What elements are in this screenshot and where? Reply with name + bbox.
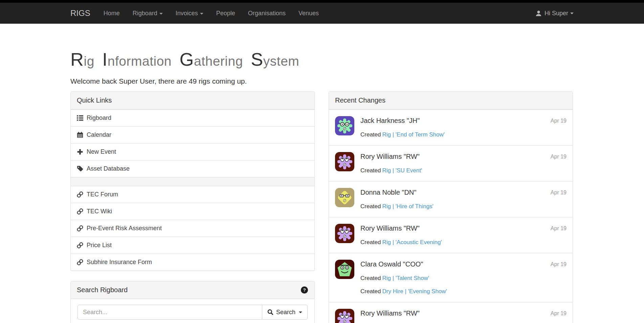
recent-change-row: Rory Williams "RW" Apr 19 CreatedRig | '… <box>329 145 573 181</box>
change-link[interactable]: Rig | 'Talent Show' <box>382 275 429 281</box>
nav-item-home[interactable]: Home <box>97 3 126 24</box>
quick-link-pre-event-risk-assessment[interactable]: Pre-Event Risk Assessment <box>71 220 314 237</box>
chevron-down-icon <box>200 13 203 15</box>
nav-item-rigboard[interactable]: Rigboard <box>126 3 169 24</box>
page-title: Rig Information Gathering System <box>70 49 574 70</box>
nav-items: Home Rigboard Invoices People Organisati… <box>97 3 325 24</box>
change-entry: CreatedRig | 'SU Event' <box>360 167 567 174</box>
nav-item-people[interactable]: People <box>210 3 242 24</box>
person-name: Rory Williams "RW" <box>360 152 567 161</box>
tag-icon <box>77 166 83 172</box>
brand-logo[interactable]: RIGS <box>70 3 90 24</box>
person-name: Donna Noble "DN" <box>360 188 567 197</box>
recent-change-row: Jack Harkness "JH" Apr 19 CreatedRig | '… <box>329 109 573 145</box>
recent-changes-title: Recent Changes <box>335 96 385 104</box>
nav-item-venues[interactable]: Venues <box>292 3 325 24</box>
chevron-down-icon <box>159 13 163 15</box>
search-input[interactable] <box>77 305 262 320</box>
recent-change-row: Rory Williams "RW" Apr 19 CreatedRig | '… <box>329 217 573 253</box>
quick-link-rigboard[interactable]: Rigboard <box>71 109 314 126</box>
recent-change-row: Clara Oswald "COO" Apr 19 CreatedRig | '… <box>329 253 573 302</box>
diamond-monster-icon <box>335 188 354 207</box>
link-icon <box>77 208 83 215</box>
list-icon <box>77 115 83 121</box>
change-date: Apr 19 <box>551 261 567 267</box>
avatar <box>335 152 354 171</box>
avatar <box>335 188 354 207</box>
avatar <box>335 224 354 243</box>
quick-link-price-list[interactable]: Price List <box>71 237 314 254</box>
change-date: Apr 19 <box>551 225 567 232</box>
change-link[interactable]: Dry Hire | 'Evening Show' <box>382 288 447 295</box>
question-circle-icon[interactable]: ? <box>301 286 308 294</box>
change-entry: CreatedRig | 'End of Term Show' <box>360 131 567 138</box>
link-icon <box>77 259 83 265</box>
gear-monster-icon <box>335 309 354 323</box>
user-menu[interactable]: Hi Super <box>535 3 574 24</box>
change-link[interactable]: Rig | 'End of Term Show' <box>382 131 444 138</box>
quick-link-tec-forum[interactable]: TEC Forum <box>71 186 314 203</box>
search-rigboard-title: Search Rigboard <box>77 286 128 294</box>
quick-link-new-event[interactable]: New Event <box>71 143 314 160</box>
gear-monster-icon <box>335 152 354 171</box>
quick-link-asset-database[interactable]: Asset Database <box>71 160 314 177</box>
quick-links-separator <box>71 177 314 186</box>
person-name: Rory Williams "RW" <box>360 224 567 233</box>
nav-item-invoices[interactable]: Invoices <box>169 3 210 24</box>
quick-link-subhire-insurance-form[interactable]: Subhire Insurance Form <box>71 254 314 271</box>
recent-changes-panel: Recent Changes Jack Harkness "JH" Apr 19… <box>329 91 573 323</box>
change-entry: CreatedRig | 'Hire of Things' <box>360 202 567 210</box>
recent-change-row: Rory Williams "RW" Apr 19 <box>329 302 573 323</box>
avatar <box>335 116 354 135</box>
change-entry: CreatedRig | 'Talent Show' <box>360 274 567 282</box>
change-link[interactable]: Rig | 'SU Event' <box>382 167 422 174</box>
user-icon <box>535 10 542 17</box>
user-greeting: Hi Super <box>545 10 568 17</box>
link-icon <box>77 242 83 249</box>
change-date: Apr 19 <box>551 118 567 124</box>
nav-item-organisations[interactable]: Organisations <box>242 3 292 24</box>
change-date: Apr 19 <box>551 310 567 317</box>
change-link[interactable]: Rig | 'Hire of Things' <box>382 203 433 210</box>
person-name: Jack Harkness "JH" <box>360 116 567 125</box>
search-rigboard-panel: Search Rigboard ? Search <box>70 281 315 323</box>
quick-links-title: Quick Links <box>77 96 112 104</box>
pentagon-monster-icon <box>335 260 354 279</box>
avatar <box>335 260 354 279</box>
quick-link-tec-wiki[interactable]: TEC Wiki <box>71 203 314 220</box>
gear-monster-icon <box>335 116 354 135</box>
person-name: Clara Oswald "COO" <box>360 260 567 269</box>
svg-text:?: ? <box>303 287 306 293</box>
quick-links-panel: Quick Links Rigboard Calendar New Event … <box>70 91 315 271</box>
link-icon <box>77 225 83 232</box>
main-navbar: RIGS Home Rigboard Invoices People Organ… <box>0 3 644 24</box>
plus-icon <box>77 149 83 155</box>
gear-monster-icon <box>335 224 354 243</box>
calendar-icon <box>77 132 83 138</box>
chevron-down-icon <box>299 311 302 313</box>
link-icon <box>77 191 83 198</box>
search-button[interactable]: Search <box>262 305 308 320</box>
welcome-message: Welcome back Super User, there are 49 ri… <box>70 77 574 85</box>
person-name: Rory Williams "RW" <box>360 309 567 318</box>
change-date: Apr 19 <box>551 154 567 160</box>
chevron-down-icon <box>570 13 574 14</box>
change-date: Apr 19 <box>551 190 567 196</box>
change-entry: CreatedRig | 'Acoustic Evening' <box>360 238 567 246</box>
quick-link-calendar[interactable]: Calendar <box>71 126 314 143</box>
search-icon <box>267 309 273 315</box>
change-link[interactable]: Rig | 'Acoustic Evening' <box>382 239 442 245</box>
recent-change-row: Donna Noble "DN" Apr 19 CreatedRig | 'Hi… <box>329 181 573 217</box>
change-entry: CreatedDry Hire | 'Evening Show' <box>360 287 567 295</box>
window-top-strip <box>0 0 644 3</box>
avatar <box>335 309 354 323</box>
